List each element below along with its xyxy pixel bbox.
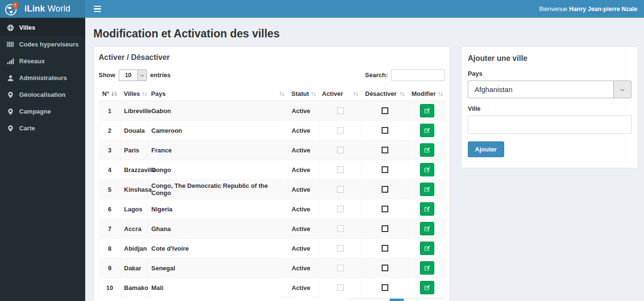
sidebar-item-codes-hyperviseurs[interactable]: Codes hyperviseurs [0, 36, 85, 53]
sidebar-item-villes[interactable]: Villes [0, 19, 85, 36]
pays-cell: Mali [148, 278, 288, 298]
sort-asc-icon [111, 91, 117, 97]
edit-icon [424, 147, 430, 153]
desactiver-checkbox[interactable] [382, 265, 388, 271]
pays-label: Pays [468, 70, 632, 77]
edit-button[interactable] [420, 183, 434, 196]
desactiver-checkbox[interactable] [382, 147, 388, 153]
activer-checkbox[interactable] [337, 284, 344, 291]
top-header: $ iLink World Bienvenue Hanry Jean-pierr… [0, 0, 644, 18]
table-row: 10 Bamako Mali Active [99, 278, 446, 298]
edit-icon [424, 127, 430, 134]
edit-icon [424, 245, 430, 252]
edit-icon [424, 265, 430, 271]
column-header-n[interactable]: N° [99, 87, 121, 101]
edit-button[interactable] [420, 261, 434, 275]
column-header-activer[interactable]: Activer [319, 87, 362, 101]
ville-cell: Libreville [121, 101, 148, 121]
pagination-page-1[interactable]: 1 [390, 299, 404, 301]
pays-cell: Congo [148, 160, 288, 180]
sort-icon [399, 91, 405, 97]
table-row: 6 Lagos Nigeria Active [99, 199, 446, 219]
ville-input[interactable] [468, 116, 632, 134]
row-number-cell: 2 [99, 121, 121, 140]
edit-button[interactable] [420, 124, 434, 137]
row-number-cell: 7 [99, 219, 121, 239]
sort-icon [311, 91, 316, 97]
column-header-villes[interactable]: Villes [121, 87, 148, 101]
edit-icon [424, 107, 430, 114]
statut-cell: Active [288, 199, 319, 219]
add-city-panel-title: Ajouter une ville [468, 54, 632, 63]
activation-panel-title: Activer / Désactiver [99, 53, 445, 62]
pays-select[interactable]: Afghanistan [468, 81, 632, 98]
pays-select-value: Afghanistan [468, 81, 512, 98]
table-row: 9 Dakar Senegal Active [99, 258, 446, 278]
edit-button[interactable] [420, 242, 434, 255]
desactiver-checkbox[interactable] [382, 284, 388, 291]
pagination-page-2[interactable]: 2 [404, 299, 418, 301]
desactiver-checkbox[interactable] [382, 206, 388, 212]
edit-icon [424, 225, 430, 232]
desactiver-checkbox[interactable] [382, 166, 388, 173]
map-marker-icon [7, 125, 14, 132]
ajouter-button[interactable]: Ajouter [468, 141, 504, 157]
edit-button[interactable] [420, 281, 434, 294]
pays-cell: Senegal [148, 258, 288, 278]
desactiver-checkbox[interactable] [382, 107, 388, 114]
column-header-pays[interactable]: Pays [148, 87, 288, 101]
globe-icon [7, 24, 14, 31]
activer-checkbox[interactable] [337, 225, 344, 232]
edit-button[interactable] [420, 202, 434, 216]
sidebar-item-reseaux[interactable]: Réseaux [0, 53, 85, 69]
pagination-next-button[interactable]: Next [417, 299, 445, 301]
column-header-statut[interactable]: Statut [288, 87, 319, 101]
activer-checkbox[interactable] [337, 166, 344, 173]
ville-cell: Douala [121, 121, 148, 140]
edit-button[interactable] [420, 143, 434, 157]
sidebar-item-campagne[interactable]: Campagne [0, 103, 85, 120]
cities-table: N°VillesPaysStatutActiverDésactiverModif… [99, 87, 446, 298]
search-input[interactable] [391, 69, 445, 81]
ville-cell: Brazzaville [121, 160, 148, 180]
activer-checkbox[interactable] [337, 107, 344, 114]
activer-checkbox[interactable] [337, 127, 344, 134]
row-number-cell: 10 [99, 278, 121, 298]
activer-checkbox[interactable] [337, 147, 344, 153]
sidebar-item-carte[interactable]: Carte [0, 120, 85, 137]
edit-button[interactable] [420, 222, 434, 235]
statut-cell: Active [288, 239, 319, 258]
edit-button[interactable] [420, 104, 434, 117]
sidebar-item-administrateurs[interactable]: Administrateurs [0, 69, 85, 86]
edit-button[interactable] [420, 163, 434, 176]
sidebar-item-label: Codes hyperviseurs [19, 41, 79, 48]
edit-icon [424, 284, 430, 291]
pays-cell: Cote d'Ivoire [148, 239, 288, 258]
activer-checkbox[interactable] [337, 186, 344, 193]
sort-icon [279, 91, 285, 97]
desactiver-checkbox[interactable] [382, 245, 388, 252]
map-marker-icon [7, 92, 14, 98]
sidebar-item-geolocalisation[interactable]: Géolocalisation [0, 86, 85, 103]
desactiver-checkbox[interactable] [382, 127, 388, 134]
table-row: 2 Douala Cameroon Active [99, 121, 446, 140]
activer-checkbox[interactable] [337, 206, 344, 212]
sidebar-toggle-button[interactable] [91, 3, 103, 15]
ville-cell: Abidjan [121, 239, 148, 258]
activer-checkbox[interactable] [337, 265, 344, 271]
brand[interactable]: $ iLink World [0, 0, 85, 18]
desactiver-checkbox[interactable] [382, 225, 388, 232]
pagination-previous-button[interactable]: Previous [350, 299, 390, 301]
entries-select[interactable]: 10 [119, 69, 147, 81]
activation-panel: Activer / Désactiver Show 10 entries Sea… [93, 46, 450, 301]
pays-cell: Cameroon [148, 121, 288, 140]
sidebar-item-label: Carte [19, 125, 35, 132]
sidebar-item-label: Réseaux [19, 58, 45, 65]
ville-cell: Paris [121, 140, 148, 160]
sidebar-item-label: Villes [19, 24, 35, 31]
activer-checkbox[interactable] [337, 245, 344, 252]
desactiver-checkbox[interactable] [382, 186, 388, 193]
table-row: 7 Accra Ghana Active [99, 219, 446, 239]
column-header-modifier[interactable]: Modifier [408, 87, 446, 101]
column-header-desactiver[interactable]: Désactiver [362, 87, 408, 101]
